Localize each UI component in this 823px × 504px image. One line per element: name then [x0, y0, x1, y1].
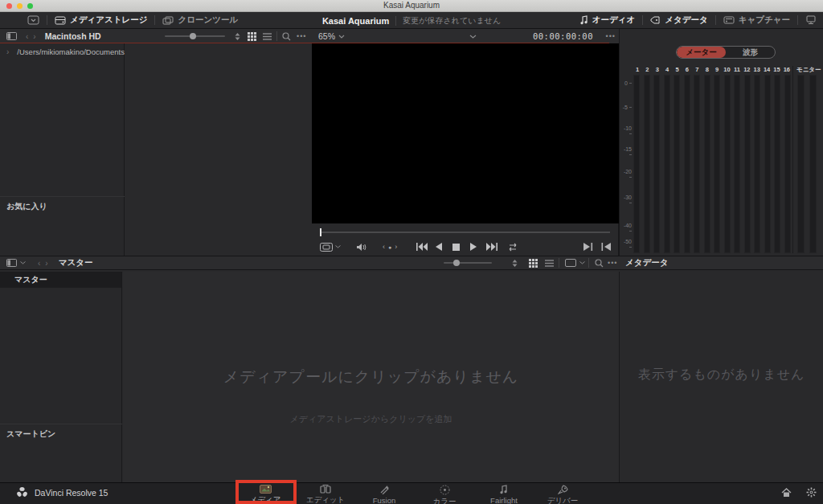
monitor-divider: [792, 66, 793, 253]
channel-number: 5: [674, 66, 682, 73]
viewer-video-area[interactable]: [312, 43, 619, 223]
fairlight-page-icon: [500, 485, 508, 494]
pool-grid-view-icon[interactable]: [529, 259, 538, 268]
audio-meter-bar: [704, 75, 710, 253]
tree-item-label: /Users/mikiomakino/Documents: [17, 47, 125, 56]
tab-deliver[interactable]: デリバー: [534, 485, 592, 504]
sort-order-icon[interactable]: [234, 32, 241, 41]
cue-to-out-button[interactable]: [583, 240, 593, 254]
loop-button[interactable]: [507, 240, 518, 254]
meter-scale-tick: 0: [620, 80, 632, 86]
jog-shuttle-control[interactable]: ‹●›: [383, 240, 397, 254]
tab-color-label: カラー: [433, 497, 457, 504]
pool-list-view-icon[interactable]: [545, 260, 554, 267]
monitor-meter-bar: [797, 75, 805, 253]
meter-scale-tick: -5: [620, 104, 632, 110]
channel-number: 8: [703, 66, 711, 73]
clone-tool-button[interactable]: クローンツール: [162, 14, 238, 26]
search-icon[interactable]: [282, 32, 291, 41]
macos-titlebar: Kasai Aquarium: [0, 0, 823, 12]
project-title: Kasai Aquarium: [322, 16, 389, 26]
panel-layout-toggle-icon[interactable]: [27, 15, 39, 25]
metadata-panel-header: メタデータ: [619, 256, 823, 270]
clone-tool-icon: [162, 16, 174, 25]
dual-screen-icon[interactable]: [805, 15, 817, 25]
audio-meter-bar: [754, 75, 760, 253]
play-reverse-button[interactable]: [436, 240, 442, 254]
stop-button[interactable]: [452, 240, 460, 254]
tab-fusion-label: Fusion: [373, 496, 396, 504]
tab-fusion[interactable]: Fusion: [355, 485, 413, 504]
tab-fairlight[interactable]: Fairlight: [475, 485, 533, 504]
meter-waveform-toggle: メーター 波形: [676, 46, 776, 59]
playhead[interactable]: [320, 228, 321, 236]
cue-to-in-button[interactable]: [601, 240, 611, 254]
meter-tab[interactable]: メーター: [677, 47, 726, 58]
davinci-resolve-window: Kasai Aquarium メディアストレージ クローンツール: [0, 0, 823, 504]
pool-search-icon[interactable]: [595, 259, 604, 268]
media-page-icon: [260, 485, 272, 494]
audio-meters: [633, 75, 791, 253]
save-status: 変更が保存されていません: [403, 15, 501, 27]
pool-sort-icon[interactable]: [511, 259, 518, 268]
tree-item-documents[interactable]: › /Users/mikiomakino/Documents: [0, 43, 124, 56]
back-arrow[interactable]: ‹: [23, 32, 31, 41]
tab-fairlight-label: Fairlight: [490, 496, 518, 504]
channel-number: 13: [753, 66, 761, 73]
project-settings-gear-icon[interactable]: [806, 487, 817, 498]
smart-bins-section-label: スマートビン: [6, 428, 55, 440]
play-button[interactable]: [470, 240, 477, 254]
channel-number: 3: [653, 66, 661, 73]
capture-button[interactable]: キャプチャー: [723, 14, 790, 26]
audio-mute-icon[interactable]: [356, 240, 366, 254]
sidebar-toggle-icon[interactable]: [6, 32, 17, 40]
toolbar-divider: [715, 15, 716, 25]
viewer-scrubber[interactable]: [320, 232, 610, 233]
title-divider: [395, 16, 396, 26]
audio-button-label: オーディオ: [592, 14, 635, 26]
pool-forward-arrow[interactable]: ›: [43, 259, 50, 268]
channel-number: 7: [693, 66, 701, 73]
zoom-chevron-down-icon[interactable]: [338, 35, 345, 39]
pool-thumb-size-slider[interactable]: [444, 262, 492, 264]
more-options-button[interactable]: •••: [297, 32, 306, 40]
pool-back-arrow[interactable]: ‹: [35, 259, 43, 268]
pool-viewmode-chevron-icon[interactable]: [579, 261, 585, 264]
tab-color[interactable]: カラー: [416, 485, 473, 504]
audio-meter-bar: [653, 75, 660, 253]
embedded-audio-panel: メーター 波形 12345678910111213141516 0-5-10-1…: [619, 29, 823, 256]
pool-viewmode-icon[interactable]: [565, 259, 576, 267]
channel-number: 15: [772, 66, 780, 73]
channel-number: 10: [723, 66, 731, 73]
audio-meter-bar: [734, 75, 740, 253]
viewer-mode-button[interactable]: [320, 240, 341, 254]
bin-item-master[interactable]: マスター: [0, 272, 121, 288]
grid-view-icon[interactable]: [248, 32, 256, 41]
pool-sidebar-toggle-icon[interactable]: [6, 259, 17, 267]
pool-more-options[interactable]: •••: [608, 259, 617, 267]
metadata-panel-button[interactable]: メタデータ: [650, 14, 707, 26]
thumbnail-size-slider[interactable]: [165, 35, 225, 37]
media-pool-content[interactable]: メディアプールにクリップがありません メディアストレージからクリップを追加: [123, 272, 619, 482]
tab-media[interactable]: メディア: [236, 485, 294, 504]
clip-dropdown-chevron-icon[interactable]: [469, 35, 477, 39]
waveform-tab[interactable]: 波形: [726, 47, 775, 58]
first-frame-button[interactable]: [416, 240, 428, 254]
audio-panel-button[interactable]: オーディオ: [580, 14, 635, 26]
media-storage-button[interactable]: メディアストレージ: [55, 14, 147, 26]
last-frame-button[interactable]: [486, 240, 497, 254]
monitor-label: モニター: [796, 66, 821, 74]
project-manager-home-icon[interactable]: [781, 488, 792, 498]
tab-edit[interactable]: エディット: [297, 485, 354, 504]
fusion-page-icon: [379, 485, 390, 494]
storage-breadcrumb: Macintosh HD: [45, 31, 101, 41]
list-view-icon[interactable]: [263, 33, 272, 40]
viewer-timecode: 00:00:00:00: [533, 31, 593, 41]
audio-meter-bar: [774, 75, 780, 253]
viewer-zoom-value[interactable]: 65%: [318, 31, 335, 41]
viewer-options-button[interactable]: •••: [606, 32, 616, 40]
forward-arrow[interactable]: ›: [31, 32, 38, 41]
disclosure-triangle[interactable]: ›: [6, 47, 9, 56]
pool-sidebar-chevron-icon[interactable]: [20, 261, 26, 264]
audio-meter-bar: [644, 75, 650, 253]
